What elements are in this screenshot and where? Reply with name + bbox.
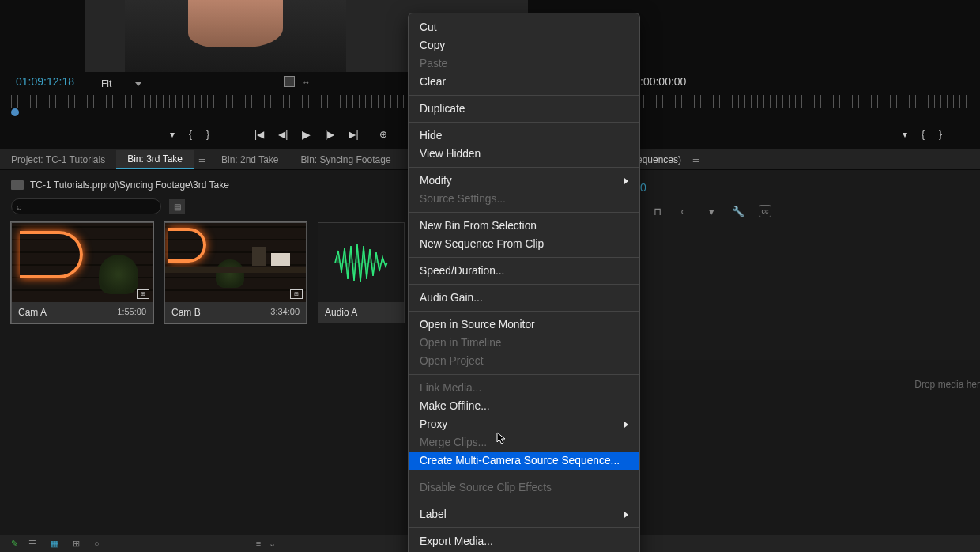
menu-make-offline[interactable]: Make Offline...	[409, 397, 639, 415]
out-point-icon[interactable]: }	[206, 129, 209, 140]
menu-paste: Paste	[409, 55, 639, 73]
menu-view-hidden[interactable]: View Hidden	[409, 145, 639, 163]
clip-duration: 1:55:00	[117, 307, 146, 318]
menu-separator	[409, 212, 639, 213]
menu-source-settings: Source Settings...	[409, 190, 639, 208]
menu-separator	[409, 474, 639, 474]
tab-bin-3rd[interactable]: Bin: 3rd Take	[116, 150, 194, 169]
menu-copy[interactable]: Copy	[409, 36, 639, 55]
menu-label: Modify	[420, 175, 452, 187]
menu-label: Label	[420, 509, 447, 520]
menu-duplicate[interactable]: Duplicate	[409, 100, 639, 118]
zoom-fit-dropdown[interactable]: Fit	[95, 77, 148, 91]
wrench-icon[interactable]: 🔧	[732, 205, 744, 217]
pencil-icon[interactable]: ✎	[11, 539, 18, 549]
settings-icon[interactable]: ↔	[302, 78, 311, 87]
menu-separator	[409, 284, 639, 285]
playhead-indicator[interactable]	[11, 108, 19, 116]
submenu-arrow-icon	[624, 512, 628, 518]
seq-tab-menu-icon[interactable]: ☰	[692, 155, 699, 164]
list-view-icon[interactable]: ☰	[28, 539, 36, 549]
thumb-shelf	[165, 267, 306, 273]
drop-media-hint: Drop media her	[914, 379, 980, 390]
clip-audio-a[interactable]: Audio A	[318, 222, 405, 323]
resolution-icon[interactable]	[284, 76, 295, 87]
fit-label: Fit	[101, 78, 111, 89]
menu-new-sequence[interactable]: New Sequence From Clip	[409, 235, 639, 253]
go-to-out-icon[interactable]: ▶|	[349, 129, 358, 140]
thumb-plant	[216, 259, 244, 288]
menu-separator	[409, 501, 639, 501]
marker-tl-icon[interactable]: ▾	[705, 205, 718, 217]
marker-icon[interactable]: ▾	[170, 129, 175, 140]
source-timecode[interactable]: 01:09:12:18	[16, 75, 74, 88]
chevron-down-icon[interactable]: ⌄	[269, 539, 276, 549]
search-icon: ⌕	[17, 202, 22, 211]
clip-cam-b[interactable]: ⊞ Cam B 3:34:00	[164, 222, 307, 323]
menu-proxy[interactable]: Proxy	[409, 415, 639, 433]
tab-sequences[interactable]: equences)	[637, 154, 681, 165]
search-row: ⌕ ▤	[11, 198, 185, 214]
menu-separator	[409, 95, 639, 96]
video-badge-icon: ⊞	[290, 289, 303, 299]
out-bracket-icon[interactable]: }	[939, 129, 942, 140]
menu-separator	[409, 311, 639, 312]
tab-bin-syncing[interactable]: Bin: Syncing Footage	[289, 151, 401, 168]
bin-icon[interactable]	[11, 180, 24, 190]
clip-duration: 3:34:00	[270, 307, 300, 318]
breadcrumb: TC-1 Tutorials.prproj\Syncing Footage\3r…	[11, 180, 229, 191]
tab-project[interactable]: Project: TC-1 Tutorials	[0, 151, 116, 168]
menu-link-media: Link Media...	[409, 379, 639, 397]
menu-clear[interactable]: Clear	[409, 73, 639, 91]
menu-disable-fx: Disable Source Clip Effects	[409, 478, 639, 497]
timeline-panel: 0 ⊓ ⊂ ▾ 🔧 cc Drop media her	[637, 170, 980, 360]
new-item-button[interactable]: ▤	[169, 199, 185, 214]
cc-icon[interactable]: cc	[759, 205, 771, 217]
zoom-slider-icon[interactable]: ○	[94, 539, 100, 548]
menu-label[interactable]: Label	[409, 505, 639, 524]
menu-separator	[409, 257, 639, 258]
clip-name: Audio A	[325, 307, 357, 318]
menu-hide[interactable]: Hide	[409, 127, 639, 145]
linked-selection-icon[interactable]: ⊂	[678, 205, 691, 217]
play-icon[interactable]: ▶	[302, 128, 311, 141]
breadcrumb-path: TC-1 Tutorials.prproj\Syncing Footage\3r…	[30, 180, 229, 191]
video-badge-icon: ⊞	[137, 289, 149, 299]
step-back-icon[interactable]: ◀|	[278, 129, 288, 140]
search-input[interactable]	[11, 198, 161, 214]
snap-icon[interactable]: ⊓	[651, 205, 664, 217]
menu-export-media[interactable]: Export Media...	[409, 532, 639, 550]
clip-name: Cam A	[18, 307, 47, 318]
in-bracket-icon[interactable]: {	[922, 129, 925, 140]
menu-open-source[interactable]: Open in Source Monitor	[409, 316, 639, 334]
step-forward-icon[interactable]: |▶	[325, 129, 334, 140]
bin-contents: ⊞ Cam A 1:55:00 ⊞ Cam B 3:34:00	[11, 222, 405, 323]
menu-modify[interactable]: Modify	[409, 172, 639, 190]
in-point-icon[interactable]: {	[189, 129, 192, 140]
menu-separator	[409, 167, 639, 168]
menu-open-project: Open Project	[409, 352, 639, 370]
thumb-lamp	[252, 247, 266, 266]
marker-right-icon[interactable]: ▾	[903, 129, 907, 140]
submenu-arrow-icon	[624, 422, 628, 428]
menu-multicam[interactable]: Create Multi-Camera Source Sequence...	[409, 452, 639, 470]
menu-separator	[409, 374, 639, 375]
insert-icon[interactable]: ⊕	[379, 129, 387, 140]
clip-cam-a[interactable]: ⊞ Cam A 1:55:00	[11, 222, 153, 323]
menu-open-timeline: Open in Timeline	[409, 334, 639, 352]
context-menu: Cut Copy Paste Clear Duplicate Hide View…	[408, 13, 640, 552]
waveform-icon	[334, 241, 389, 285]
thumb-plant	[99, 255, 138, 294]
menu-new-bin[interactable]: New Bin From Selection	[409, 217, 639, 235]
freeform-view-icon[interactable]: ⊞	[73, 539, 80, 549]
thumb-neon-sign	[20, 231, 83, 278]
tab-menu-icon[interactable]: ☰	[194, 155, 210, 164]
go-to-in-icon[interactable]: |◀	[254, 129, 264, 140]
tab-bin-2nd[interactable]: Bin: 2nd Take	[210, 151, 290, 168]
thumb-neon-sign	[168, 228, 206, 263]
sort-icon[interactable]: ≡	[256, 539, 261, 548]
menu-audio-gain[interactable]: Audio Gain...	[409, 289, 639, 307]
menu-speed-duration[interactable]: Speed/Duration...	[409, 262, 639, 280]
menu-cut[interactable]: Cut	[409, 18, 639, 36]
icon-view-icon[interactable]: ▦	[51, 539, 58, 549]
